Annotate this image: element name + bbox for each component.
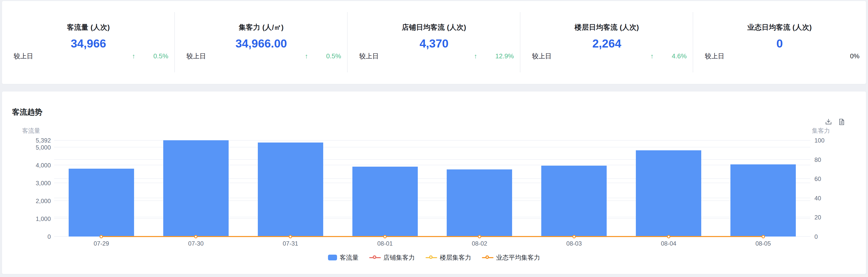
kpi-change-group: ↑ 4.6% <box>650 52 687 60</box>
y-tick-label-right: 100 <box>814 137 845 144</box>
kpi-change-group: ↑ 12.9% <box>474 52 514 60</box>
chart-toolbox <box>825 118 845 126</box>
kpi-change: 0.5% <box>326 52 341 60</box>
line-marker <box>478 235 481 238</box>
y-tick-label-right: 80 <box>814 157 845 163</box>
kpi-compare-label: 较上日 <box>13 52 33 61</box>
kpi-compare-label: 较上日 <box>359 52 379 61</box>
legend-label: 客流量 <box>340 253 359 262</box>
x-tick-label: 08-01 <box>366 240 404 247</box>
legend-line-swatch-icon <box>369 255 381 260</box>
bar <box>352 167 418 237</box>
bar <box>636 150 701 237</box>
trend-arrow-icon: ↑ <box>132 52 135 60</box>
y-tick-label-left: 3,000 <box>11 180 51 187</box>
kpi-value: 0 <box>693 37 866 50</box>
kpi-strip: 客流量 (人次) 34,966 较上日 ↑ 0.5% 集客力 (人/㎡) 34,… <box>2 1 866 84</box>
line-marker <box>289 235 292 238</box>
kpi-change-group: ↑ 0.5% <box>305 52 341 60</box>
x-tick-label: 08-02 <box>461 240 498 247</box>
kpi-change: 0.5% <box>153 52 168 60</box>
kpi-title: 楼层日均客流 (人次) <box>520 23 693 32</box>
line-marker <box>383 235 386 238</box>
line-marker <box>572 235 576 238</box>
y-tick-label-right: 20 <box>814 214 845 221</box>
kpi-card: 店铺日均客流 (人次) 4,370 较上日 ↑ 12.9% <box>348 1 520 84</box>
bar <box>731 164 796 237</box>
legend-label: 店铺集客力 <box>383 253 415 262</box>
line-series <box>101 236 763 237</box>
legend-ring-icon <box>373 255 376 259</box>
line-marker <box>667 235 670 238</box>
legend-bar-swatch-icon <box>328 255 337 261</box>
kpi-title: 店铺日均客流 (人次) <box>348 23 520 32</box>
line-marker <box>100 235 103 238</box>
legend-ring-icon <box>486 255 489 259</box>
kpi-change: 4.6% <box>672 52 687 60</box>
y-tick-label-left: 2,000 <box>11 198 51 205</box>
y-axis-name-right: 集客力 <box>812 127 842 135</box>
x-tick-label: 07-31 <box>272 240 309 247</box>
bar <box>163 140 229 237</box>
legend-line-swatch-icon <box>426 255 437 260</box>
bar <box>258 142 323 237</box>
trend-arrow-icon: ↑ <box>305 52 308 60</box>
kpi-change-group: 0% <box>832 52 860 60</box>
download-icon[interactable] <box>825 118 832 126</box>
kpi-value: 34,966.00 <box>175 37 348 50</box>
legend-ring-icon <box>429 255 433 259</box>
y-tick-label-left: 5,000 <box>11 144 51 151</box>
report-icon[interactable] <box>838 118 845 126</box>
kpi-card: 集客力 (人/㎡) 34,966.00 较上日 ↑ 0.5% <box>175 1 348 84</box>
trend-arrow-icon: ↑ <box>650 52 654 60</box>
kpi-compare-label: 较上日 <box>186 52 206 61</box>
x-tick-label: 08-03 <box>555 240 593 247</box>
legend-item[interactable]: 店铺集客力 <box>369 253 415 262</box>
y-tick-label-left: 0 <box>11 233 51 240</box>
legend-item[interactable]: 业态平均集客力 <box>482 253 540 262</box>
bar <box>447 169 512 237</box>
plot-area <box>54 140 810 237</box>
x-tick-label: 08-05 <box>744 240 782 247</box>
kpi-change: 12.9% <box>495 52 514 60</box>
kpi-value: 2,264 <box>520 37 693 50</box>
y-tick-label-left: 4,000 <box>11 162 51 169</box>
y-tick-label-right: 60 <box>814 175 845 182</box>
chart-card: 客流趋势 客流量 集客力 客流量店铺集客力楼层集客力业态平均集客力 01,000… <box>2 92 866 274</box>
line-marker <box>762 235 765 238</box>
kpi-card: 楼层日均客流 (人次) 2,264 较上日 ↑ 4.6% <box>520 1 693 84</box>
y-tick-label-left: 5,392 <box>11 137 51 144</box>
legend-item[interactable]: 客流量 <box>328 253 359 262</box>
kpi-compare-label: 较上日 <box>705 52 724 61</box>
y-tick-label-right: 40 <box>814 195 845 202</box>
kpi-card: 客流量 (人次) 34,966 较上日 ↑ 0.5% <box>2 1 175 84</box>
kpi-change-group: ↑ 0.5% <box>132 52 168 60</box>
kpi-change: 0% <box>850 52 860 60</box>
y-tick-label-right: 0 <box>814 233 845 240</box>
x-tick-label: 07-30 <box>177 240 215 247</box>
kpi-title: 客流量 (人次) <box>2 23 175 32</box>
legend-item[interactable]: 楼层集客力 <box>426 253 471 262</box>
kpi-card: 业态日均客流 (人次) 0 较上日 0% <box>693 1 866 84</box>
y-axis-name-left: 客流量 <box>11 127 51 135</box>
legend: 客流量店铺集客力楼层集客力业态平均集客力 <box>2 253 866 262</box>
bar <box>69 169 134 237</box>
legend-label: 业态平均集客力 <box>496 253 540 262</box>
x-tick-label: 07-29 <box>83 240 120 247</box>
legend-label: 楼层集客力 <box>440 253 471 262</box>
line-marker <box>194 235 197 238</box>
bar <box>541 166 607 237</box>
legend-line-swatch-icon <box>482 255 494 260</box>
kpi-compare-label: 较上日 <box>532 52 552 61</box>
trend-arrow-icon: ↑ <box>474 52 477 60</box>
kpi-value: 34,966 <box>2 37 175 50</box>
kpi-value: 4,370 <box>348 37 520 50</box>
y-tick-label-left: 1,000 <box>11 215 51 222</box>
kpi-title: 业态日均客流 (人次) <box>693 23 866 32</box>
chart-title: 客流趋势 <box>12 107 42 117</box>
kpi-title: 集客力 (人/㎡) <box>175 23 348 32</box>
x-tick-label: 08-04 <box>650 240 687 247</box>
